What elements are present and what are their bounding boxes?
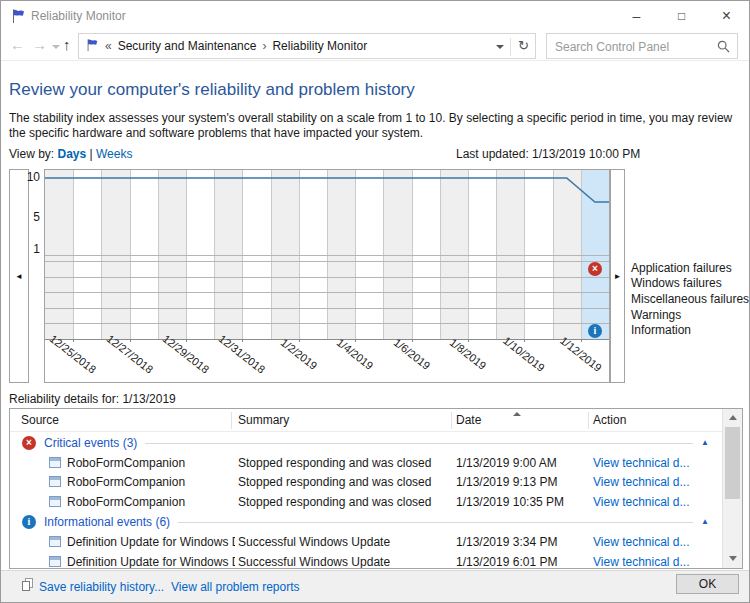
breadcrumb-overflow-icon[interactable]: « [105, 39, 112, 53]
view-all-problem-reports-link[interactable]: View all problem reports [171, 580, 300, 594]
axis-tick [299, 339, 300, 342]
chart-legend: Application failuresWindows failuresMisc… [631, 169, 750, 382]
information-icon[interactable]: i [588, 324, 602, 338]
scrollbar-down-icon[interactable] [723, 550, 742, 567]
cell-date: 1/13/2019 10:35 PM [456, 495, 590, 509]
column-header-action[interactable]: Action [593, 413, 626, 427]
cell-summary: Successful Windows Update [238, 555, 453, 568]
axis-tick [355, 339, 356, 342]
column-header-summary[interactable]: Summary [238, 413, 289, 427]
close-icon[interactable]: × [704, 1, 749, 31]
breadcrumb-security-and-maintenance[interactable]: Security and Maintenance [118, 39, 257, 53]
application-icon [49, 556, 61, 567]
x-axis-labels: 12/25/201812/27/201812/29/201812/31/2018… [45, 339, 609, 385]
search-icon[interactable] [717, 40, 730, 56]
critical-error-icon: × [22, 436, 36, 450]
table-scrollbar[interactable] [722, 409, 742, 568]
view-by-weeks-link[interactable]: Weeks [96, 147, 132, 161]
application-icon [49, 457, 61, 468]
y-axis-tick-label: 10 [23, 170, 40, 184]
scrollbar-up-icon[interactable] [723, 409, 742, 426]
address-bar[interactable]: « Security and Maintenance › Reliability… [78, 33, 536, 59]
cell-source: RoboFormCompanion [67, 456, 235, 470]
cell-date: 1/13/2019 9:00 AM [456, 456, 590, 470]
chart-scroll-right-button[interactable]: ► [610, 169, 625, 383]
window-title: Reliability Monitor [31, 9, 126, 23]
group-divider-line [145, 443, 693, 444]
chart-plot-area: ×i [45, 170, 609, 340]
column-header-source[interactable]: Source [21, 413, 59, 427]
event-group-header[interactable]: iInformational events (6)▲ [10, 511, 721, 532]
event-group-label: Critical events (3) [44, 436, 137, 450]
scroll-right-icon: ► [614, 272, 622, 281]
column-divider [451, 412, 452, 429]
breadcrumb-chevron-icon[interactable]: › [262, 39, 266, 53]
cell-date: 1/13/2019 9:13 PM [456, 475, 590, 489]
chart-category-label: Application failures [631, 261, 732, 275]
sort-ascending-icon [513, 412, 521, 416]
flag-icon [10, 8, 26, 27]
save-history-icon [22, 578, 33, 591]
minimize-icon[interactable]: – [614, 1, 659, 31]
scrollbar-thumb[interactable] [725, 427, 740, 499]
table-row[interactable]: Definition Update for Windows De...Succe… [10, 552, 721, 568]
navigation-bar: ← → ↑ « Security and Maintenance › Relia… [1, 31, 749, 61]
column-header-date[interactable]: Date [456, 413, 481, 427]
forward-icon[interactable]: → [32, 36, 47, 53]
table-row[interactable]: RoboFormCompanionStopped responding and … [10, 472, 721, 491]
view-technical-details-link[interactable]: View technical d... [593, 495, 719, 509]
maximize-icon[interactable]: □ [659, 1, 704, 31]
view-by-days-link[interactable]: Days [57, 147, 86, 161]
address-dropdown-icon[interactable] [496, 45, 504, 49]
axis-tick [130, 339, 131, 342]
critical-error-icon[interactable]: × [588, 262, 602, 276]
table-row[interactable]: RoboFormCompanionStopped responding and … [10, 453, 721, 472]
last-updated-text: Last updated: 1/13/2019 10:00 PM [456, 147, 640, 161]
save-reliability-history-link[interactable]: Save reliability history... [39, 580, 164, 594]
y-axis-labels: 1051 [25, 169, 42, 339]
cell-summary: Stopped responding and was closed [238, 475, 453, 489]
cell-source: RoboFormCompanion [67, 495, 235, 509]
view-technical-details-link[interactable]: View technical d... [593, 475, 719, 489]
view-technical-details-link[interactable]: View technical d... [593, 456, 719, 470]
recent-pages-chevron-icon[interactable] [52, 45, 60, 49]
view-by-separator: | [90, 147, 93, 161]
axis-tick [186, 339, 187, 342]
page-title: Review your computer's reliability and p… [9, 80, 415, 100]
details-title: Reliability details for: 1/13/2019 [9, 392, 176, 406]
y-axis-tick-label: 1 [23, 242, 40, 256]
search-input[interactable] [549, 36, 717, 58]
column-divider [588, 412, 589, 429]
breadcrumb-reliability-monitor[interactable]: Reliability Monitor [272, 39, 367, 53]
horizontal-gridline [45, 323, 609, 324]
up-icon[interactable]: ↑ [63, 36, 71, 53]
address-bar-divider [510, 38, 511, 56]
y-axis-tick-label: 5 [23, 210, 40, 224]
cell-source: Definition Update for Windows De... [67, 535, 235, 549]
view-technical-details-link[interactable]: View technical d... [593, 555, 719, 568]
collapse-icon[interactable]: ▲ [701, 517, 709, 526]
event-group-label: Informational events (6) [44, 515, 170, 529]
chart-category-label: Windows failures [631, 276, 722, 290]
reliability-monitor-window: Reliability Monitor – □ × ← → ↑ « Securi… [0, 0, 750, 603]
title-bar: Reliability Monitor – □ × [1, 1, 749, 31]
collapse-icon[interactable]: ▲ [701, 438, 709, 447]
view-by-control: View by: Days | Weeks [9, 147, 132, 161]
axis-tick [412, 339, 413, 342]
cell-date: 1/13/2019 3:34 PM [456, 535, 590, 549]
back-icon[interactable]: ← [10, 36, 25, 53]
footer-bar: Save reliability history... View all pro… [1, 570, 749, 603]
axis-tick [73, 339, 74, 342]
search-box [546, 33, 738, 59]
axis-tick [581, 339, 582, 342]
horizontal-gridline [45, 277, 609, 278]
ok-button[interactable]: OK [676, 574, 739, 594]
view-technical-details-link[interactable]: View technical d... [593, 535, 719, 549]
table-row[interactable]: Definition Update for Windows De...Succe… [10, 532, 721, 551]
refresh-icon[interactable]: ↻ [518, 38, 529, 53]
horizontal-gridline [45, 261, 609, 262]
chart-category-label: Information [631, 323, 691, 337]
event-group-header[interactable]: ×Critical events (3)▲ [10, 432, 721, 453]
table-row[interactable]: RoboFormCompanionStopped responding and … [10, 492, 721, 511]
information-icon: i [22, 515, 36, 529]
